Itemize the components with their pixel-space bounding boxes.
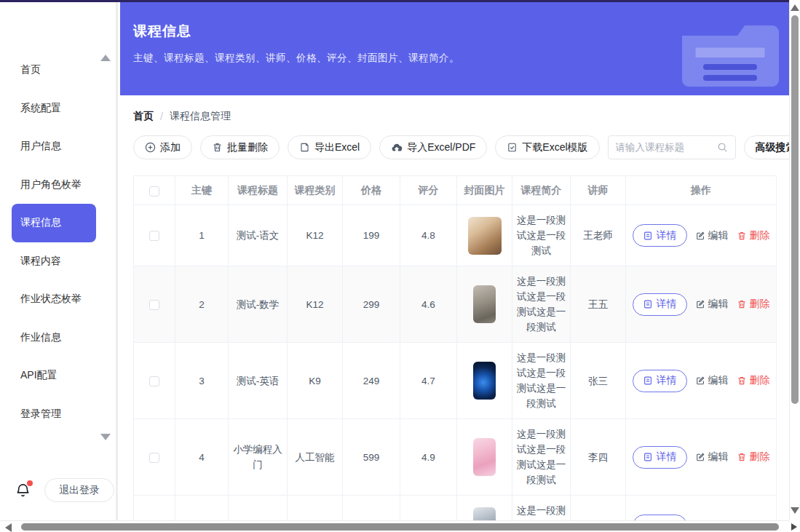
sidebar-nav: 首页 系统配置 用户信息 用户角色枚举 课程信息 课程内容 作业状态枚举 作业信… xyxy=(0,0,116,433)
toolbar: 添加 批量删除 导出Excel 导入Excel/PDF 下载Excel模版 高级… xyxy=(133,135,776,159)
header-teacher: 讲师 xyxy=(571,176,626,205)
export-excel-button[interactable]: 导出Excel xyxy=(288,135,371,159)
sidebar-item-homework-info[interactable]: 作业信息 xyxy=(0,319,116,357)
delete-button[interactable]: 删除 xyxy=(737,298,770,311)
sidebar-item-api-config[interactable]: API配置 xyxy=(0,357,116,395)
edit-button[interactable]: 编辑 xyxy=(695,229,729,242)
page-banner: 课程信息 主键、课程标题、课程类别、讲师、价格、评分、封面图片、课程简介。 xyxy=(120,2,789,95)
row-select-cell xyxy=(134,266,175,343)
sidebar-item-system-config[interactable]: 系统配置 xyxy=(0,90,116,128)
detail-button[interactable]: 详情 xyxy=(633,293,687,316)
cell-intro: 这是一段测试这是一段测试 xyxy=(512,496,571,521)
cell-cover xyxy=(457,343,512,419)
cell-course-title: 测试-语文 xyxy=(229,205,288,266)
row-checkbox[interactable] xyxy=(149,300,159,310)
breadcrumb-separator: / xyxy=(160,111,163,122)
logout-button[interactable]: 退出登录 xyxy=(44,478,114,502)
batch-delete-button[interactable]: 批量删除 xyxy=(200,135,280,159)
detail-button-label: 详情 xyxy=(657,450,677,464)
trash-icon xyxy=(212,142,223,153)
delete-button-label: 删除 xyxy=(750,229,770,242)
cell-rating: 4.9 xyxy=(400,419,457,496)
main-content: 课程信息 主键、课程标题、课程类别、讲师、价格、评分、封面图片、课程简介。 首页… xyxy=(120,0,789,520)
detail-button[interactable]: 详情 xyxy=(633,446,687,469)
delete-button[interactable]: 删除 xyxy=(737,229,770,242)
add-button[interactable]: 添加 xyxy=(133,135,192,159)
cell-course-title: 测试-英语 xyxy=(229,343,288,419)
scroll-right-arrow[interactable] xyxy=(791,523,797,531)
import-excel-pdf-label: 导入Excel/PDF xyxy=(407,141,475,154)
sidebar: 首页 系统配置 用户信息 用户角色枚举 课程信息 课程内容 作业状态枚举 作业信… xyxy=(0,0,118,520)
row-checkbox[interactable] xyxy=(149,453,159,463)
edit-pencil-icon xyxy=(695,299,705,309)
table-row: 5 测试-政治 K9 350 4.5 这是一段测试这是一段测试 王五 详情 编辑… xyxy=(134,496,777,521)
cell-category: K9 xyxy=(288,343,343,419)
edit-button[interactable]: 编辑 xyxy=(695,374,729,387)
cover-image xyxy=(473,362,496,400)
sidebar-item-user-role-enum[interactable]: 用户角色枚举 xyxy=(0,166,116,205)
cell-cover xyxy=(457,496,512,521)
select-all-checkbox[interactable] xyxy=(149,186,159,196)
download-template-button[interactable]: 下载Excel模版 xyxy=(495,135,599,159)
detail-button[interactable]: 详情 xyxy=(633,515,687,520)
cell-course-title: 小学编程入门 xyxy=(229,419,288,496)
import-excel-pdf-button[interactable]: 导入Excel/PDF xyxy=(379,135,487,159)
cell-intro: 这是一段测试这是一段测试这是一段测试 xyxy=(512,266,571,343)
row-select-cell xyxy=(134,205,175,266)
cover-image xyxy=(468,217,502,255)
scroll-left-arrow[interactable] xyxy=(5,523,12,532)
sidebar-item-homework-status-enum[interactable]: 作业状态枚举 xyxy=(0,280,116,319)
row-checkbox[interactable] xyxy=(149,231,159,241)
delete-button-label: 删除 xyxy=(750,298,770,311)
sidebar-footer: 退出登录 xyxy=(0,478,116,502)
course-table-wrap: 主键 课程标题 课程类别 价格 评分 封面图片 课程简介 讲师 操作 1 测试-… xyxy=(133,175,776,520)
header-category: 课程类别 xyxy=(288,176,343,205)
search-icon[interactable] xyxy=(717,142,728,153)
vertical-scrollbar-thumb[interactable] xyxy=(791,15,799,404)
detail-document-icon xyxy=(643,299,653,309)
cell-category: K12 xyxy=(288,266,343,343)
cell-cover xyxy=(457,419,512,496)
horizontal-scrollbar-thumb[interactable] xyxy=(21,523,779,531)
header-intro: 课程简介 xyxy=(512,176,571,205)
folder-illustration-icon xyxy=(675,20,780,87)
cell-rating: 4.5 xyxy=(400,496,457,521)
cell-price: 599 xyxy=(343,419,400,496)
delete-button[interactable]: 删除 xyxy=(737,374,770,387)
sidebar-scroll-up-icon[interactable] xyxy=(100,55,111,61)
delete-trash-icon xyxy=(737,299,747,309)
edit-button-label: 编辑 xyxy=(708,374,729,387)
sidebar-scroll-down-icon[interactable] xyxy=(100,434,111,440)
sidebar-item-course-info[interactable]: 课程信息 xyxy=(12,204,96,242)
sidebar-item-home[interactable]: 首页 xyxy=(0,51,116,90)
table-body: 1 测试-语文 K12 199 4.8 这是一段测试这是一段测试 王老师 详情 … xyxy=(134,205,777,521)
sidebar-item-user-info[interactable]: 用户信息 xyxy=(0,127,116,166)
detail-button[interactable]: 详情 xyxy=(633,224,687,247)
advanced-search-button[interactable]: 高级搜索 xyxy=(744,135,789,159)
delete-button[interactable]: 删除 xyxy=(737,450,770,464)
edit-button-label: 编辑 xyxy=(708,450,729,464)
cell-id: 2 xyxy=(175,266,229,343)
edit-button-label: 编辑 xyxy=(708,298,729,311)
cell-rating: 4.6 xyxy=(400,266,457,343)
edit-button[interactable]: 编辑 xyxy=(695,450,729,464)
delete-trash-icon xyxy=(737,376,747,386)
row-checkbox[interactable] xyxy=(149,376,159,386)
course-table: 主键 课程标题 课程类别 价格 评分 封面图片 课程简介 讲师 操作 1 测试-… xyxy=(133,175,777,520)
notification-bell-icon[interactable] xyxy=(15,482,32,499)
export-excel-label: 导出Excel xyxy=(314,141,360,154)
cell-teacher: 王老师 xyxy=(571,205,626,266)
detail-button[interactable]: 详情 xyxy=(633,370,687,392)
scrollbar-corner xyxy=(789,520,800,532)
sidebar-item-course-content[interactable]: 课程内容 xyxy=(0,242,116,281)
scroll-up-arrow[interactable] xyxy=(791,4,799,11)
notification-badge xyxy=(27,480,33,486)
sidebar-item-login-management[interactable]: 登录管理 xyxy=(0,395,116,434)
cell-actions: 详情 编辑 删除 xyxy=(626,496,777,521)
search-input[interactable] xyxy=(616,142,717,153)
detail-document-icon xyxy=(643,452,653,462)
cell-cover xyxy=(457,266,512,343)
edit-button[interactable]: 编辑 xyxy=(695,298,729,311)
scroll-down-arrow[interactable] xyxy=(791,507,799,514)
breadcrumb-home-link[interactable]: 首页 xyxy=(133,110,154,123)
